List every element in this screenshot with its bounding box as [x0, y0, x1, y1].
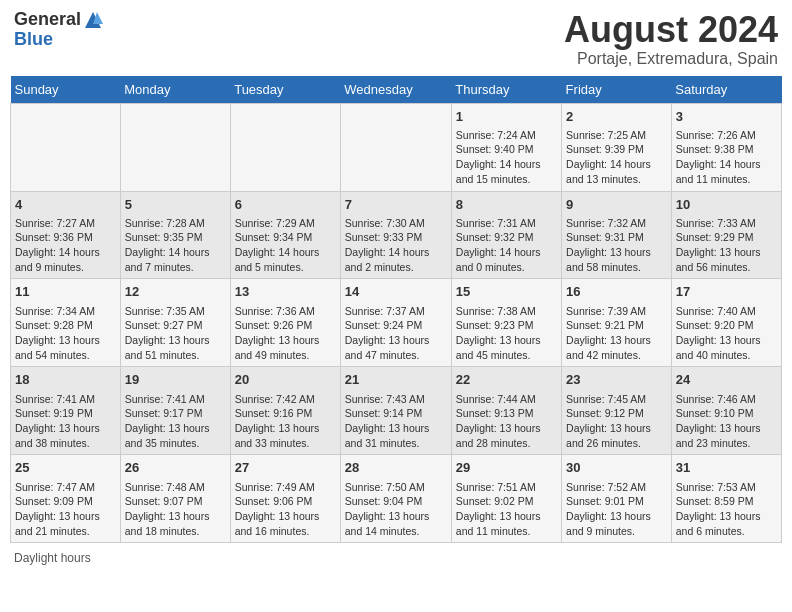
col-header-saturday: Saturday [671, 76, 781, 104]
day-number: 11 [15, 283, 116, 301]
calendar-day-6: 6Sunrise: 7:29 AM Sunset: 9:34 PM Daylig… [230, 191, 340, 279]
col-header-thursday: Thursday [451, 76, 561, 104]
day-number: 4 [15, 196, 116, 214]
day-info: Sunrise: 7:41 AM Sunset: 9:17 PM Dayligh… [125, 392, 226, 451]
day-info: Sunrise: 7:34 AM Sunset: 9:28 PM Dayligh… [15, 304, 116, 363]
calendar-week-row: 4Sunrise: 7:27 AM Sunset: 9:36 PM Daylig… [11, 191, 782, 279]
month-year-title: August 2024 [564, 10, 778, 50]
calendar-table: SundayMondayTuesdayWednesdayThursdayFrid… [10, 76, 782, 544]
calendar-day-20: 20Sunrise: 7:42 AM Sunset: 9:16 PM Dayli… [230, 367, 340, 455]
day-number: 21 [345, 371, 447, 389]
day-info: Sunrise: 7:30 AM Sunset: 9:33 PM Dayligh… [345, 216, 447, 275]
day-info: Sunrise: 7:44 AM Sunset: 9:13 PM Dayligh… [456, 392, 557, 451]
calendar-empty-cell [120, 103, 230, 191]
day-info: Sunrise: 7:46 AM Sunset: 9:10 PM Dayligh… [676, 392, 777, 451]
day-info: Sunrise: 7:25 AM Sunset: 9:39 PM Dayligh… [566, 128, 667, 187]
day-number: 25 [15, 459, 116, 477]
calendar-day-19: 19Sunrise: 7:41 AM Sunset: 9:17 PM Dayli… [120, 367, 230, 455]
col-header-friday: Friday [562, 76, 672, 104]
day-info: Sunrise: 7:39 AM Sunset: 9:21 PM Dayligh… [566, 304, 667, 363]
day-info: Sunrise: 7:38 AM Sunset: 9:23 PM Dayligh… [456, 304, 557, 363]
calendar-day-17: 17Sunrise: 7:40 AM Sunset: 9:20 PM Dayli… [671, 279, 781, 367]
day-number: 19 [125, 371, 226, 389]
day-info: Sunrise: 7:43 AM Sunset: 9:14 PM Dayligh… [345, 392, 447, 451]
day-number: 17 [676, 283, 777, 301]
calendar-day-22: 22Sunrise: 7:44 AM Sunset: 9:13 PM Dayli… [451, 367, 561, 455]
day-number: 18 [15, 371, 116, 389]
calendar-day-24: 24Sunrise: 7:46 AM Sunset: 9:10 PM Dayli… [671, 367, 781, 455]
calendar-day-3: 3Sunrise: 7:26 AM Sunset: 9:38 PM Daylig… [671, 103, 781, 191]
day-info: Sunrise: 7:36 AM Sunset: 9:26 PM Dayligh… [235, 304, 336, 363]
day-number: 16 [566, 283, 667, 301]
logo: General Blue [14, 10, 103, 50]
calendar-day-15: 15Sunrise: 7:38 AM Sunset: 9:23 PM Dayli… [451, 279, 561, 367]
day-info: Sunrise: 7:24 AM Sunset: 9:40 PM Dayligh… [456, 128, 557, 187]
calendar-day-30: 30Sunrise: 7:52 AM Sunset: 9:01 PM Dayli… [562, 455, 672, 543]
logo-general-text: General [14, 10, 81, 30]
day-number: 24 [676, 371, 777, 389]
day-number: 2 [566, 108, 667, 126]
day-number: 13 [235, 283, 336, 301]
calendar-week-row: 1Sunrise: 7:24 AM Sunset: 9:40 PM Daylig… [11, 103, 782, 191]
day-info: Sunrise: 7:40 AM Sunset: 9:20 PM Dayligh… [676, 304, 777, 363]
day-number: 8 [456, 196, 557, 214]
day-number: 3 [676, 108, 777, 126]
daylight-label: Daylight hours [14, 551, 91, 565]
calendar-day-13: 13Sunrise: 7:36 AM Sunset: 9:26 PM Dayli… [230, 279, 340, 367]
day-number: 26 [125, 459, 226, 477]
location-subtitle: Portaje, Extremadura, Spain [564, 50, 778, 68]
calendar-day-4: 4Sunrise: 7:27 AM Sunset: 9:36 PM Daylig… [11, 191, 121, 279]
calendar-day-26: 26Sunrise: 7:48 AM Sunset: 9:07 PM Dayli… [120, 455, 230, 543]
calendar-day-16: 16Sunrise: 7:39 AM Sunset: 9:21 PM Dayli… [562, 279, 672, 367]
col-header-sunday: Sunday [11, 76, 121, 104]
calendar-week-row: 18Sunrise: 7:41 AM Sunset: 9:19 PM Dayli… [11, 367, 782, 455]
calendar-day-8: 8Sunrise: 7:31 AM Sunset: 9:32 PM Daylig… [451, 191, 561, 279]
title-area: August 2024 Portaje, Extremadura, Spain [564, 10, 778, 68]
col-header-tuesday: Tuesday [230, 76, 340, 104]
calendar-day-31: 31Sunrise: 7:53 AM Sunset: 8:59 PM Dayli… [671, 455, 781, 543]
day-info: Sunrise: 7:49 AM Sunset: 9:06 PM Dayligh… [235, 480, 336, 539]
calendar-day-11: 11Sunrise: 7:34 AM Sunset: 9:28 PM Dayli… [11, 279, 121, 367]
day-info: Sunrise: 7:27 AM Sunset: 9:36 PM Dayligh… [15, 216, 116, 275]
day-number: 12 [125, 283, 226, 301]
day-number: 9 [566, 196, 667, 214]
day-number: 5 [125, 196, 226, 214]
page-header: General Blue August 2024 Portaje, Extrem… [10, 10, 782, 68]
day-info: Sunrise: 7:33 AM Sunset: 9:29 PM Dayligh… [676, 216, 777, 275]
day-number: 14 [345, 283, 447, 301]
day-number: 10 [676, 196, 777, 214]
calendar-empty-cell [340, 103, 451, 191]
day-number: 28 [345, 459, 447, 477]
calendar-day-29: 29Sunrise: 7:51 AM Sunset: 9:02 PM Dayli… [451, 455, 561, 543]
day-number: 22 [456, 371, 557, 389]
day-info: Sunrise: 7:51 AM Sunset: 9:02 PM Dayligh… [456, 480, 557, 539]
day-number: 29 [456, 459, 557, 477]
day-info: Sunrise: 7:37 AM Sunset: 9:24 PM Dayligh… [345, 304, 447, 363]
day-info: Sunrise: 7:47 AM Sunset: 9:09 PM Dayligh… [15, 480, 116, 539]
calendar-day-1: 1Sunrise: 7:24 AM Sunset: 9:40 PM Daylig… [451, 103, 561, 191]
calendar-day-21: 21Sunrise: 7:43 AM Sunset: 9:14 PM Dayli… [340, 367, 451, 455]
day-info: Sunrise: 7:42 AM Sunset: 9:16 PM Dayligh… [235, 392, 336, 451]
calendar-header-row: SundayMondayTuesdayWednesdayThursdayFrid… [11, 76, 782, 104]
footer: Daylight hours [10, 551, 782, 565]
day-info: Sunrise: 7:35 AM Sunset: 9:27 PM Dayligh… [125, 304, 226, 363]
day-info: Sunrise: 7:50 AM Sunset: 9:04 PM Dayligh… [345, 480, 447, 539]
col-header-monday: Monday [120, 76, 230, 104]
day-number: 15 [456, 283, 557, 301]
calendar-day-5: 5Sunrise: 7:28 AM Sunset: 9:35 PM Daylig… [120, 191, 230, 279]
calendar-day-12: 12Sunrise: 7:35 AM Sunset: 9:27 PM Dayli… [120, 279, 230, 367]
logo-icon [83, 10, 103, 30]
day-info: Sunrise: 7:45 AM Sunset: 9:12 PM Dayligh… [566, 392, 667, 451]
calendar-week-row: 11Sunrise: 7:34 AM Sunset: 9:28 PM Dayli… [11, 279, 782, 367]
calendar-empty-cell [11, 103, 121, 191]
calendar-empty-cell [230, 103, 340, 191]
day-info: Sunrise: 7:26 AM Sunset: 9:38 PM Dayligh… [676, 128, 777, 187]
day-info: Sunrise: 7:31 AM Sunset: 9:32 PM Dayligh… [456, 216, 557, 275]
calendar-day-2: 2Sunrise: 7:25 AM Sunset: 9:39 PM Daylig… [562, 103, 672, 191]
day-number: 23 [566, 371, 667, 389]
calendar-day-10: 10Sunrise: 7:33 AM Sunset: 9:29 PM Dayli… [671, 191, 781, 279]
day-info: Sunrise: 7:48 AM Sunset: 9:07 PM Dayligh… [125, 480, 226, 539]
calendar-day-23: 23Sunrise: 7:45 AM Sunset: 9:12 PM Dayli… [562, 367, 672, 455]
day-info: Sunrise: 7:32 AM Sunset: 9:31 PM Dayligh… [566, 216, 667, 275]
day-number: 30 [566, 459, 667, 477]
